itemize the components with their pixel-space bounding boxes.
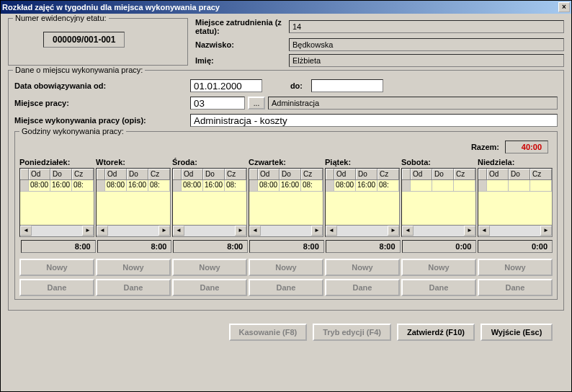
- day-name: Środa:: [172, 158, 247, 166]
- godziny-group: Godziny wykonywania pracy: Razem: 40:00 …: [14, 131, 558, 300]
- window-title: Rozkład zajęć w tygodniu dla miejsca wyk…: [2, 3, 220, 12]
- day-name: Sobota:: [401, 158, 476, 166]
- miejsce-desc: Administracja: [268, 97, 558, 110]
- dane-group: Dane o miejscu wykonywania pracy: Data o…: [8, 70, 564, 311]
- dane-button[interactable]: Dane: [325, 279, 400, 296]
- scroll-track[interactable]: [414, 226, 464, 236]
- numer-group: Numer ewidencyjny etatu: 000009/001-001: [8, 18, 188, 66]
- scroll-right-icon[interactable]: ►: [82, 226, 94, 236]
- miejsce-zatr-value: 14: [289, 20, 564, 33]
- data-do-input[interactable]: [311, 79, 383, 92]
- day-column: Piątek: OdDoCz 08:0016:0008: ◄ ►: [325, 158, 400, 237]
- day-grid[interactable]: OdDoCz 08:0016:0008: ◄ ►: [172, 168, 247, 237]
- imie-value: Elżbieta: [289, 54, 564, 67]
- day-grid[interactable]: OdDoCz 08:0016:0008: ◄ ►: [325, 168, 400, 237]
- day-name: Niedziela:: [478, 158, 553, 166]
- scroll-right-icon[interactable]: ►: [235, 226, 246, 236]
- scroll-left-icon[interactable]: ◄: [402, 226, 414, 236]
- scroll-left-icon[interactable]: ◄: [20, 226, 32, 236]
- nowy-button[interactable]: Nowy: [19, 259, 94, 276]
- numer-value: 000009/001-001: [43, 32, 125, 48]
- scroll-left-icon[interactable]: ◄: [97, 226, 108, 236]
- day-grid[interactable]: OdDoCz ◄ ►: [478, 168, 553, 237]
- opis-label: Miejsce wykonywania pracy (opis):: [14, 116, 187, 125]
- scroll-right-icon[interactable]: ►: [158, 226, 170, 236]
- nazwisko-label: Nazwisko:: [195, 40, 289, 49]
- miejsce-lookup-button[interactable]: ...: [248, 97, 265, 110]
- suma-value: 8:00: [21, 240, 96, 253]
- suma-value: 0:00: [478, 240, 553, 253]
- day-name: Piątek:: [325, 158, 400, 166]
- scroll-track[interactable]: [337, 226, 388, 236]
- scroll-left-icon[interactable]: ◄: [173, 226, 184, 236]
- miejsce-pracy-label: Miejsce pracy:: [14, 99, 187, 107]
- zatwierdz-button[interactable]: Zatwierdź (F10): [397, 324, 475, 341]
- nowy-button[interactable]: Nowy: [401, 259, 476, 276]
- numer-label: Numer ewidencyjny etatu:: [13, 14, 109, 22]
- razem-value: 40:00: [505, 141, 548, 153]
- day-column: Niedziela: OdDoCz ◄ ►: [478, 158, 553, 237]
- imie-label: Imię:: [195, 56, 289, 65]
- dane-legend: Dane o miejscu wykonywania pracy:: [13, 66, 145, 74]
- scroll-track[interactable]: [184, 226, 235, 236]
- day-column: Środa: OdDoCz 08:0016:0008: ◄ ►: [172, 158, 247, 237]
- nowy-button[interactable]: Nowy: [96, 259, 171, 276]
- dane-button[interactable]: Dane: [478, 279, 553, 296]
- scroll-right-icon[interactable]: ►: [311, 226, 323, 236]
- wyjscie-button[interactable]: Wyjście (Esc): [481, 324, 553, 341]
- dane-button[interactable]: Dane: [19, 279, 94, 296]
- kasowanie-button[interactable]: Kasowanie (F8): [229, 324, 308, 341]
- day-name: Poniedziałek:: [19, 158, 94, 166]
- miejsce-zatr-label: Miejsce zatrudnienia (z etatu):: [195, 18, 289, 35]
- nowy-button[interactable]: Nowy: [172, 259, 247, 276]
- scroll-track[interactable]: [32, 226, 82, 236]
- nowy-button[interactable]: Nowy: [478, 259, 553, 276]
- godziny-legend: Godziny wykonywania pracy:: [19, 127, 126, 135]
- data-do-label: do:: [265, 81, 308, 90]
- day-name: Czwartek:: [249, 158, 323, 166]
- scroll-track[interactable]: [261, 226, 311, 236]
- suma-value: 8:00: [173, 240, 248, 253]
- opis-input[interactable]: [190, 114, 558, 127]
- day-grid[interactable]: OdDoCz 08:0016:0008: ◄ ►: [249, 168, 323, 237]
- dane-button[interactable]: Dane: [249, 279, 323, 296]
- day-column: Wtorek: OdDoCz 08:0016:0008: ◄ ►: [96, 158, 171, 237]
- day-column: Sobota: OdDoCz ◄ ►: [401, 158, 476, 237]
- nazwisko-value: Będkowska: [289, 38, 564, 51]
- scroll-track[interactable]: [108, 226, 158, 236]
- day-grid[interactable]: OdDoCz ◄ ►: [401, 168, 476, 237]
- suma-value: 8:00: [326, 240, 401, 253]
- main-window: Rozkład zajęć w tygodniu dla miejsca wyk…: [0, 0, 572, 392]
- scroll-track[interactable]: [490, 226, 540, 236]
- titlebar: Rozkład zajęć w tygodniu dla miejsca wyk…: [1, 1, 571, 14]
- suma-value: 8:00: [97, 240, 172, 253]
- dane-button[interactable]: Dane: [401, 279, 476, 296]
- day-grid[interactable]: OdDoCz 08:0016:0008: ◄ ►: [19, 168, 94, 237]
- nowy-button[interactable]: Nowy: [325, 259, 400, 276]
- suma-value: 0:00: [402, 240, 477, 253]
- scroll-left-icon[interactable]: ◄: [249, 226, 261, 236]
- nowy-button[interactable]: Nowy: [249, 259, 323, 276]
- suma-value: 8:00: [249, 240, 324, 253]
- close-icon[interactable]: ×: [558, 2, 570, 12]
- day-name: Wtorek:: [96, 158, 171, 166]
- dane-button[interactable]: Dane: [172, 279, 247, 296]
- dane-button[interactable]: Dane: [96, 279, 171, 296]
- day-column: Czwartek: OdDoCz 08:0016:0008: ◄ ►: [249, 158, 323, 237]
- scroll-left-icon[interactable]: ◄: [478, 226, 490, 236]
- scroll-right-icon[interactable]: ►: [464, 226, 475, 236]
- data-od-input[interactable]: [190, 79, 262, 92]
- scroll-right-icon[interactable]: ►: [540, 226, 552, 236]
- day-grid[interactable]: OdDoCz 08:0016:0008: ◄ ►: [96, 168, 171, 237]
- razem-label: Razem:: [471, 143, 499, 151]
- data-od-label: Data obowiązywania od:: [14, 81, 187, 90]
- scroll-right-icon[interactable]: ►: [388, 226, 399, 236]
- scroll-left-icon[interactable]: ◄: [326, 226, 337, 236]
- tryb-edycji-button[interactable]: Tryb edycji (F4): [313, 324, 391, 341]
- miejsce-pracy-input[interactable]: [190, 97, 245, 110]
- day-column: Poniedziałek: OdDoCz 08:0016:0008: ◄ ►: [19, 158, 94, 237]
